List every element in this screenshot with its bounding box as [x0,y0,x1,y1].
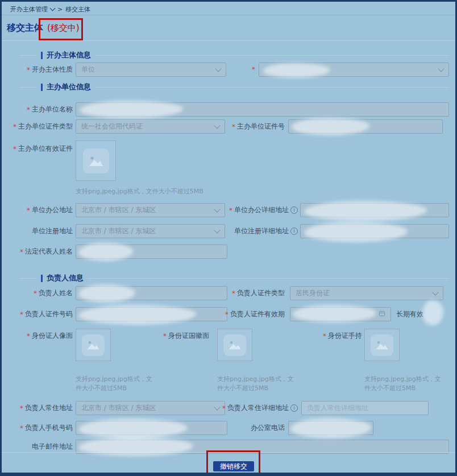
required-asterisk: * [232,289,235,297]
title-divider [2,40,455,41]
chevron-down-icon [214,122,220,129]
org-cert-type-select[interactable]: 统一社会信用代码证 [76,119,225,134]
chevron-down-icon [215,65,221,72]
transfer-subject-page: 开办主体管理 > 移交主体 移交主体 (移交中) 开办主体信息 * 开办主体性质… [0,0,457,476]
required-asterisk: * [225,311,228,318]
org-cert-no-label: * 主办单位证件号 [232,119,285,134]
info-icon [290,227,298,235]
calendar-icon [379,310,385,318]
annotation-box-status [39,18,83,40]
info-icon [290,206,298,214]
manager-phone-label: * 负责人手机号码 [13,421,73,435]
breadcrumb-current: 移交主体 [65,5,90,14]
redacted-text [78,419,188,438]
section-bar [41,84,43,91]
section-title: 主办单位信息 [47,82,91,92]
legal-rep-name-label: * 法定代表人姓名 [13,245,73,259]
required-asterisk: * [20,404,23,412]
manager-cert-validity-label: * 负责人证件有效期 [225,307,285,321]
id-card-holding-upload-box[interactable] [364,329,400,361]
required-asterisk: * [232,123,235,131]
chevron-down-icon [438,65,444,72]
manager-name-label: * 负责人姓名 [13,286,73,300]
section-header-manager: 负责人信息 [20,274,449,282]
breadcrumb-root[interactable]: 开办主体管理 [10,5,48,14]
image-placeholder-icon [82,334,105,356]
annotation-box-revoke [206,450,260,475]
subject-nature-label: * 开办主体性质 [13,63,73,77]
section-header-organizer: 主办单位信息 [20,83,449,91]
manager-cert-no-label: * 负责人证件号码 [13,307,73,321]
id-card-holding-label: * 身份证手持 [323,329,362,343]
image-placeholder-icon [83,148,109,173]
required-asterisk: * [13,145,16,153]
section-header-subject: 开办主体信息 [20,51,449,59]
required-asterisk: * [222,404,226,412]
upload-hint: 支持png,jpeg,jpg格式，文件大小不超过5MB [76,375,158,393]
required-asterisk: * [252,63,255,77]
reg-address-detail-label: 单位注册详细地址 [234,224,298,238]
info-icon [290,404,298,412]
redacted-text [78,305,196,325]
upload-hint: 支持png,jpeg,jpg格式，文件大小不超过5MB [364,375,447,393]
required-asterisk: * [27,332,30,340]
image-placeholder-icon [223,334,246,356]
office-address-select[interactable]: 北京市 / 市辖区 / 东城区 [76,203,225,217]
id-card-front-upload-box[interactable] [76,329,111,361]
upload-hint: 支持png,jpeg,jpg格式，文件大小不超过5MB [217,375,300,393]
manager-address-select[interactable]: 北京市 / 市辖区 / 东城区 [76,401,225,415]
id-card-back-label: * 身份证国徽面 [163,329,209,343]
page-title: 移交主体 [7,22,43,34]
required-asterisk: * [13,123,16,131]
org-name-label: * 主办单位名称 [13,102,73,117]
required-asterisk: * [229,206,232,214]
upload-hint: 支持png,jpeg,jpg格式，文件大小不超过5MB [76,187,203,196]
subject-nature-select[interactable]: 单位 [76,63,226,77]
reg-address-select[interactable]: 北京市 / 市辖区 / 东城区 [76,224,225,238]
image-placeholder-icon [371,334,393,356]
redacted-text [304,201,427,221]
id-card-back-upload-box[interactable] [217,329,252,361]
chevron-down-icon [214,227,220,233]
redacted-text [422,300,443,325]
section-bar [41,52,43,59]
required-asterisk: * [27,206,30,214]
manager-address-detail-input[interactable]: 负责人常住详细地址 [301,401,429,415]
office-address-label: * 单位办公地址 [13,203,73,217]
office-phone-label: 办公室电话 [251,421,285,435]
section-title: 负责人信息 [47,273,84,283]
section-bar [41,275,43,282]
redacted-text [290,418,371,438]
org-cert-file-label: * 主办单位有效证件 [13,142,73,156]
required-asterisk: * [323,332,326,340]
required-asterisk: * [27,66,30,74]
long-term-valid-label: 长期有效 [396,307,423,321]
required-asterisk: * [163,332,167,340]
chevron-down-icon [214,404,220,410]
required-asterisk: * [20,248,23,256]
chevron-down-icon [432,289,438,295]
breadcrumb-divider [2,15,455,15]
section-title: 开办主体信息 [47,50,91,60]
required-asterisk: * [20,424,23,432]
manager-cert-type-select[interactable]: 居民身份证 [290,286,443,300]
id-card-front-label: * 身份证人像面 [13,329,73,343]
breadcrumb: 开办主体管理 > 移交主体 [10,5,90,14]
required-asterisk: * [34,289,37,297]
redacted-text [304,222,408,242]
manager-address-detail-label: * 负责人常住详细地址 [222,401,298,415]
required-asterisk: * [27,106,30,114]
required-asterisk: * [20,311,23,318]
chevron-down-icon [50,5,56,11]
breadcrumb-separator: > [57,6,63,13]
manager-cert-type-label: * 负责人证件类型 [232,286,285,300]
org-cert-type-label: * 主办单位证件类型 [13,119,73,134]
manager-address-label: * 负责人常住地址 [13,401,73,415]
reg-address-label: 单位注册地址 [13,224,73,238]
chevron-down-icon [214,206,220,212]
office-address-detail-label: * 单位办公详细地址 [229,203,298,217]
org-cert-upload-box[interactable] [76,140,116,181]
